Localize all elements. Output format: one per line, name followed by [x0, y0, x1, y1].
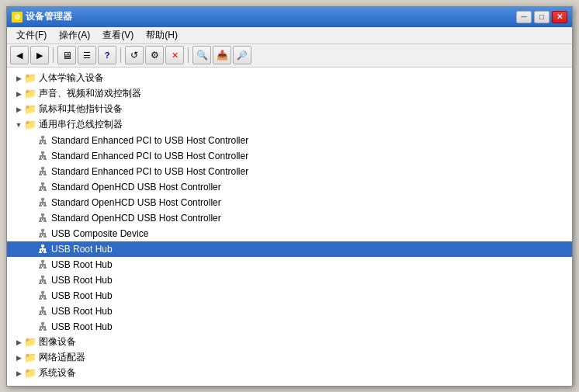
maximize-button[interactable]: □ — [534, 11, 550, 23]
item-label-imaging: 图像设备 — [39, 335, 76, 349]
svg-rect-62 — [43, 267, 47, 269]
item-label-root-hub-1: USB Root Hub — [51, 244, 113, 255]
svg-rect-83 — [43, 314, 47, 315]
toolbar: ◀ ▶ 🖥 ☰ ? ↺ ⚙ ✕ 🔍 📥 🔎 — [7, 44, 572, 68]
tree-item-root-hub-3[interactable]: USB Root Hub — [7, 272, 572, 288]
item-icon-network: 📁 — [24, 352, 36, 364]
search-button[interactable]: 🔍 — [192, 46, 211, 64]
svg-rect-55 — [43, 252, 47, 253]
refresh-button[interactable]: ↺ — [125, 46, 144, 64]
title-bar-left: ⚙ 设备管理器 — [12, 10, 72, 23]
tree-item-openhcd-2[interactable]: Standard OpenHCD USB Host Controller — [7, 195, 572, 210]
list-button[interactable]: ☰ — [78, 46, 96, 64]
expand-icon: ▶ — [13, 104, 24, 115]
svg-rect-41 — [43, 220, 47, 222]
svg-rect-70 — [41, 291, 44, 293]
device-tree[interactable]: ▶ 📁 人体学输入设备 ▶ 📁 声音、视频和游戏控制器 ▶ 📁 鼠标和其他指针设… — [7, 68, 572, 386]
item-label-composite: USB Composite Device — [51, 228, 148, 239]
tree-item-root-hub-2[interactable]: USB Root Hub — [7, 257, 572, 272]
item-icon-composite — [36, 227, 49, 240]
tree-item-system[interactable]: ▶ 📁 系统设备 — [7, 366, 572, 381]
delete-button[interactable]: ✕ — [165, 46, 184, 64]
menu-help[interactable]: 帮助(H) — [140, 27, 184, 43]
tree-item-openhcd-3[interactable]: Standard OpenHCD USB Host Controller — [7, 210, 572, 226]
minimize-button[interactable]: ─ — [516, 11, 532, 23]
svg-rect-79 — [40, 310, 46, 312]
expand-icon: ▶ — [13, 73, 24, 84]
svg-rect-40 — [39, 220, 42, 222]
svg-rect-23 — [40, 186, 46, 188]
close-button[interactable]: ✕ — [552, 11, 567, 23]
item-icon-system: 📁 — [24, 367, 36, 380]
window-title: 设备管理器 — [26, 10, 72, 23]
svg-rect-51 — [40, 248, 46, 250]
svg-rect-89 — [39, 329, 42, 331]
svg-rect-9 — [40, 155, 46, 157]
item-icon-root-hub-3 — [36, 274, 49, 286]
tree-item-root-hub-4[interactable]: USB Root Hub — [7, 288, 572, 304]
item-label-root-hub-2: USB Root Hub — [51, 259, 113, 270]
scan-button[interactable]: 🔎 — [233, 46, 251, 64]
svg-rect-14 — [41, 167, 44, 169]
svg-rect-7 — [41, 151, 44, 154]
menu-view[interactable]: 查看(V) — [96, 27, 140, 43]
help-button[interactable]: ? — [98, 46, 116, 64]
svg-rect-54 — [39, 252, 42, 253]
tree-item-composite[interactable]: USB Composite Device — [7, 226, 572, 241]
item-icon-root-hub-2 — [36, 258, 49, 271]
computer-button[interactable]: 🖥 — [57, 46, 76, 64]
tree-item-network[interactable]: ▶ 📁 网络适配器 — [7, 350, 572, 366]
item-label-mouse: 鼠标和其他指针设备 — [39, 102, 123, 116]
item-icon-root-hub-5 — [36, 305, 49, 317]
tree-item-openhcd-1[interactable]: Standard OpenHCD USB Host Controller — [7, 179, 572, 195]
item-icon-usb-bus: 📁 — [24, 119, 36, 131]
svg-rect-86 — [40, 326, 46, 328]
item-icon-openhcd-1 — [36, 181, 49, 193]
item-icon-human-input: 📁 — [24, 72, 36, 85]
item-label-root-hub-3: USB Root Hub — [51, 275, 113, 286]
menu-bar: 文件(F) 操作(A) 查看(V) 帮助(H) — [7, 27, 572, 44]
item-label-pci-usb-1: Standard Enhanced PCI to USB Host Contro… — [51, 135, 248, 146]
tree-item-pci-usb-1[interactable]: Standard Enhanced PCI to USB Host Contro… — [7, 133, 572, 148]
item-label-openhcd-2: Standard OpenHCD USB Host Controller — [51, 197, 221, 208]
update-button[interactable]: 📥 — [213, 46, 231, 64]
item-icon-audio-video: 📁 — [24, 88, 36, 100]
menu-action[interactable]: 操作(A) — [53, 27, 96, 43]
tree-item-root-hub-6[interactable]: USB Root Hub — [7, 319, 572, 335]
settings-button[interactable]: ⚙ — [145, 46, 164, 64]
expand-icon: ▶ — [13, 88, 24, 99]
item-icon-imaging: 📁 — [24, 336, 36, 349]
tree-item-imaging[interactable]: ▶ 📁 图像设备 — [7, 335, 572, 350]
svg-rect-34 — [43, 205, 47, 206]
back-button[interactable]: ◀ — [10, 46, 29, 64]
menu-file[interactable]: 文件(F) — [10, 27, 53, 43]
svg-rect-19 — [39, 174, 42, 175]
tree-item-usb-bus[interactable]: ▼ 📁 通用串行总线控制器 — [7, 117, 572, 133]
item-label-network: 网络适配器 — [39, 351, 85, 364]
window-controls: ─ □ ✕ — [516, 11, 567, 23]
item-label-pci-usb-3: Standard Enhanced PCI to USB Host Contro… — [51, 166, 248, 177]
svg-rect-56 — [41, 260, 44, 262]
toolbar-separator-1 — [53, 47, 54, 63]
svg-rect-21 — [41, 182, 44, 185]
svg-rect-35 — [41, 213, 44, 216]
expand-icon: ▶ — [13, 368, 24, 379]
item-icon-root-hub-6 — [36, 321, 49, 333]
item-icon-mouse: 📁 — [24, 103, 36, 116]
svg-rect-16 — [40, 171, 46, 172]
forward-button[interactable]: ▶ — [30, 46, 49, 64]
tree-item-mouse[interactable]: ▶ 📁 鼠标和其他指针设备 — [7, 102, 572, 117]
content-area: ▶ 📁 人体学输入设备 ▶ 📁 声音、视频和游戏控制器 ▶ 📁 鼠标和其他指针设… — [7, 68, 572, 386]
tree-item-root-hub-5[interactable]: USB Root Hub — [7, 304, 572, 319]
tree-item-root-hub-1[interactable]: USB Root Hub — [7, 241, 572, 257]
svg-rect-49 — [41, 245, 44, 247]
svg-rect-69 — [43, 283, 47, 284]
svg-rect-63 — [41, 276, 44, 278]
tree-item-pci-usb-2[interactable]: Standard Enhanced PCI to USB Host Contro… — [7, 148, 572, 164]
item-icon-openhcd-2 — [36, 196, 49, 209]
svg-rect-76 — [43, 298, 47, 300]
tree-item-audio-video[interactable]: ▶ 📁 声音、视频和游戏控制器 — [7, 86, 572, 102]
svg-rect-26 — [39, 189, 42, 191]
tree-item-pci-usb-3[interactable]: Standard Enhanced PCI to USB Host Contro… — [7, 164, 572, 179]
tree-item-human-input[interactable]: ▶ 📁 人体学输入设备 — [7, 71, 572, 86]
